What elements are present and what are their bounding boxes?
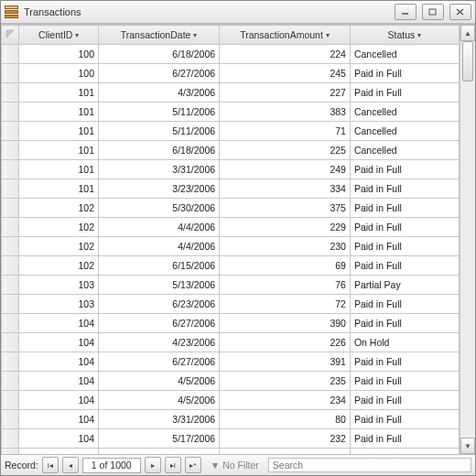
cell-clientid[interactable]: 102 bbox=[19, 199, 99, 218]
cell-status[interactable]: Paid in Full bbox=[350, 314, 459, 333]
cell-transactionamount[interactable]: 227 bbox=[220, 83, 351, 103]
filter-indicator[interactable]: ▼ No Filter bbox=[211, 460, 259, 471]
row-selector[interactable] bbox=[2, 276, 19, 295]
row-selector[interactable] bbox=[2, 429, 19, 449]
table-row[interactable]: 1015/11/2006383Cancelled bbox=[2, 103, 460, 122]
cell-transactionamount[interactable]: 69 bbox=[220, 256, 351, 276]
cell-clientid[interactable]: 102 bbox=[19, 218, 99, 237]
cell-status[interactable]: Cancelled bbox=[350, 45, 459, 64]
cell-status[interactable]: Paid in Full bbox=[350, 64, 459, 83]
table-row[interactable]: 1013/23/2006334Paid in Full bbox=[2, 179, 460, 199]
cell-transactionamount[interactable]: 383 bbox=[220, 103, 351, 122]
cell-status[interactable]: Paid in Full bbox=[350, 295, 459, 314]
cell-transactionamount[interactable]: 234 bbox=[220, 391, 351, 410]
cell-transactionamount[interactable]: 230 bbox=[220, 237, 351, 256]
cell-status[interactable]: Paid in Full bbox=[350, 199, 459, 218]
table-row[interactable]: 1044/5/2006234Paid in Full bbox=[2, 391, 460, 410]
cell-clientid[interactable]: 102 bbox=[19, 256, 99, 276]
cell-status[interactable]: Paid in Full bbox=[350, 372, 459, 391]
cell-transactiondate[interactable]: 5/11/2006 bbox=[99, 103, 220, 122]
cell-clientid[interactable]: 101 bbox=[19, 160, 99, 179]
cell-clientid[interactable]: 101 bbox=[19, 179, 99, 199]
cell-transactionamount[interactable]: 226 bbox=[220, 333, 351, 352]
table-row[interactable]: 1006/27/2006245Paid in Full bbox=[2, 64, 460, 83]
row-selector[interactable] bbox=[2, 160, 19, 179]
cell-clientid[interactable]: 103 bbox=[19, 295, 99, 314]
row-selector[interactable] bbox=[2, 83, 19, 103]
cell-clientid[interactable]: 104 bbox=[19, 333, 99, 352]
cell-clientid[interactable]: 104 bbox=[19, 391, 99, 410]
table-row[interactable]: 1013/31/2006249Paid in Full bbox=[2, 160, 460, 179]
first-record-button[interactable]: I◂ bbox=[42, 457, 59, 473]
cell-transactiondate[interactable]: 5/30/2006 bbox=[99, 199, 220, 218]
row-selector[interactable] bbox=[2, 372, 19, 391]
new-record-button[interactable]: ▸* bbox=[185, 457, 201, 473]
row-selector[interactable] bbox=[2, 333, 19, 352]
scroll-up-button[interactable]: ▲ bbox=[460, 25, 475, 41]
cell-status[interactable]: Paid in Full bbox=[350, 83, 459, 103]
row-selector[interactable] bbox=[2, 64, 19, 83]
cell-clientid[interactable]: 104 bbox=[19, 410, 99, 429]
cell-status[interactable]: Paid in Full bbox=[350, 160, 459, 179]
maximize-button[interactable] bbox=[422, 4, 444, 20]
cell-status[interactable]: Paid in Full bbox=[350, 352, 459, 372]
cell-status[interactable]: Paid in Full bbox=[350, 237, 459, 256]
cell-clientid[interactable]: 100 bbox=[19, 45, 99, 64]
search-input[interactable] bbox=[268, 458, 471, 472]
table-row[interactable]: 1006/18/2006224Cancelled bbox=[2, 45, 460, 64]
cell-transactiondate[interactable]: 3/31/2006 bbox=[99, 160, 220, 179]
cell-clientid[interactable]: 101 bbox=[19, 122, 99, 141]
row-selector[interactable] bbox=[2, 391, 19, 410]
row-selector[interactable] bbox=[2, 314, 19, 333]
cell-status[interactable]: Paid in Full bbox=[350, 218, 459, 237]
cell-transactiondate[interactable]: 4/4/2006 bbox=[99, 237, 220, 256]
cell-status[interactable]: Cancelled bbox=[350, 141, 459, 160]
close-button[interactable] bbox=[449, 4, 471, 20]
cell-clientid[interactable]: 104 bbox=[19, 372, 99, 391]
table-row[interactable]: 1046/27/2006391Paid in Full bbox=[2, 352, 460, 372]
vertical-scrollbar[interactable]: ▲ ▼ bbox=[460, 25, 475, 454]
cell-clientid[interactable]: 101 bbox=[19, 83, 99, 103]
cell-transactionamount[interactable]: 334 bbox=[220, 179, 351, 199]
cell-transactionamount[interactable]: 375 bbox=[220, 199, 351, 218]
scroll-thumb[interactable] bbox=[462, 41, 473, 81]
row-selector[interactable] bbox=[2, 122, 19, 141]
select-all-cell[interactable] bbox=[2, 26, 19, 45]
row-selector[interactable] bbox=[2, 237, 19, 256]
next-record-button[interactable]: ▸ bbox=[145, 457, 161, 473]
cell-clientid[interactable]: 102 bbox=[19, 237, 99, 256]
cell-status[interactable]: Partial Pay bbox=[350, 276, 459, 295]
cell-transactionamount[interactable]: 245 bbox=[220, 64, 351, 83]
cell-clientid[interactable]: 104 bbox=[19, 429, 99, 449]
cell-transactiondate[interactable]: 6/27/2006 bbox=[99, 352, 220, 372]
cell-status[interactable]: On Hold bbox=[350, 333, 459, 352]
cell-transactiondate[interactable]: 6/15/2006 bbox=[99, 256, 220, 276]
table-row[interactable]: 1045/17/2006232Paid in Full bbox=[2, 429, 460, 449]
row-selector[interactable] bbox=[2, 179, 19, 199]
record-counter[interactable]: 1 of 1000 bbox=[82, 458, 141, 473]
previous-record-button[interactable]: ◂ bbox=[62, 457, 79, 473]
cell-transactiondate[interactable]: 4/5/2006 bbox=[99, 372, 220, 391]
last-record-button[interactable]: ▸I bbox=[165, 457, 181, 473]
cell-transactiondate[interactable]: 4/4/2006 bbox=[99, 218, 220, 237]
cell-transactionamount[interactable]: 390 bbox=[220, 314, 351, 333]
cell-clientid[interactable]: 104 bbox=[19, 352, 99, 372]
table-row[interactable]: 1024/4/2006229Paid in Full bbox=[2, 218, 460, 237]
cell-transactiondate[interactable]: 6/27/2006 bbox=[99, 314, 220, 333]
column-header-transactiondate[interactable]: TransactionDate▾ bbox=[99, 26, 220, 45]
cell-transactiondate[interactable]: 6/18/2006 bbox=[99, 141, 220, 160]
table-row[interactable]: 1044/5/2006235Paid in Full bbox=[2, 372, 460, 391]
table-row[interactable]: 1025/30/2006375Paid in Full bbox=[2, 199, 460, 218]
row-selector[interactable] bbox=[2, 295, 19, 314]
cell-status[interactable]: Paid in Full bbox=[350, 410, 459, 429]
cell-transactiondate[interactable]: 4/5/2006 bbox=[99, 391, 220, 410]
cell-clientid[interactable]: 104 bbox=[19, 314, 99, 333]
table-scroll[interactable]: ClientID▾ TransactionDate▾ TransactionAm… bbox=[1, 25, 460, 454]
row-selector[interactable] bbox=[2, 103, 19, 122]
cell-transactiondate[interactable]: 6/18/2006 bbox=[99, 45, 220, 64]
row-selector[interactable] bbox=[2, 410, 19, 429]
cell-transactionamount[interactable]: 249 bbox=[220, 160, 351, 179]
cell-transactiondate[interactable]: 5/11/2006 bbox=[99, 122, 220, 141]
row-selector[interactable] bbox=[2, 45, 19, 64]
minimize-button[interactable] bbox=[395, 4, 416, 20]
